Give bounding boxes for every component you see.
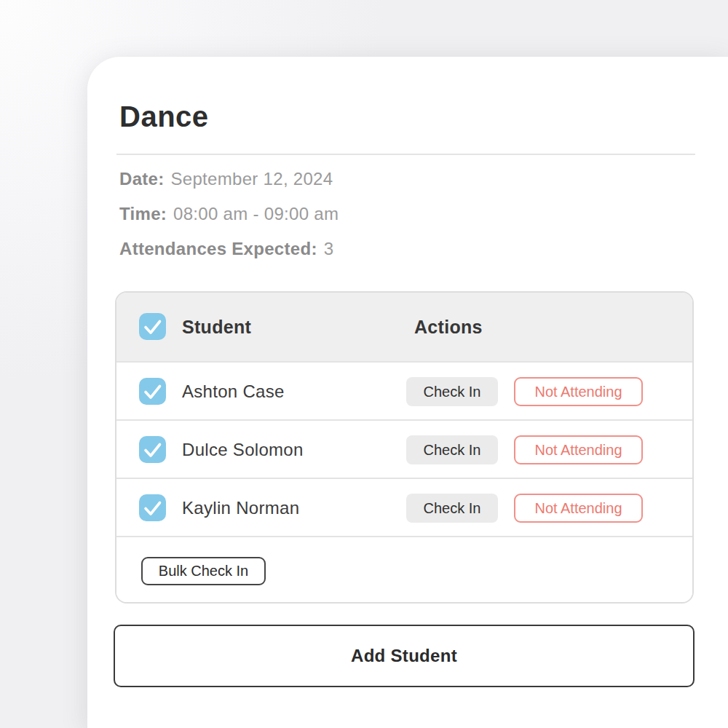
time-label: Time: xyxy=(119,204,167,223)
attendances-expected-row: Attendances Expected:3 xyxy=(119,239,333,259)
not-attending-button[interactable]: Not Attending xyxy=(514,435,643,464)
date-row: Date:September 12, 2024 xyxy=(119,169,333,189)
table-row: Dulce Solomon Check In Not Attending xyxy=(116,419,692,478)
check-icon xyxy=(139,436,166,463)
check-in-button[interactable]: Check In xyxy=(406,435,498,464)
attendances-expected-label: Attendances Expected: xyxy=(119,239,317,258)
student-name: Ashton Case xyxy=(182,363,285,421)
time-value: 08:00 am - 09:00 am xyxy=(173,204,339,223)
check-icon xyxy=(139,494,166,521)
not-attending-button[interactable]: Not Attending xyxy=(514,377,643,406)
not-attending-button[interactable]: Not Attending xyxy=(514,494,643,523)
time-row: Time:08:00 am - 09:00 am xyxy=(119,204,339,224)
title-divider xyxy=(116,154,695,155)
column-header-actions: Actions xyxy=(414,293,483,361)
check-in-button[interactable]: Check In xyxy=(406,494,498,523)
add-student-button[interactable]: Add Student xyxy=(114,625,695,687)
check-in-button[interactable]: Check In xyxy=(406,377,498,406)
row-checkbox[interactable] xyxy=(139,378,166,405)
page-title: Dance xyxy=(119,100,209,133)
student-name: Dulce Solomon xyxy=(182,421,304,479)
table-header-row: Student Actions xyxy=(116,293,692,361)
page-background: Dance Date:September 12, 2024 Time:08:00… xyxy=(0,0,728,728)
student-name: Kaylin Norman xyxy=(182,479,299,537)
attendances-expected-value: 3 xyxy=(324,239,334,258)
bulk-check-in-button[interactable]: Bulk Check In xyxy=(141,557,266,585)
row-checkbox[interactable] xyxy=(139,494,166,521)
check-icon xyxy=(139,378,166,405)
date-value: September 12, 2024 xyxy=(171,169,333,189)
row-checkbox[interactable] xyxy=(139,436,166,463)
table-footer-row: Bulk Check In xyxy=(116,536,692,602)
select-all-checkbox[interactable] xyxy=(139,313,166,340)
check-icon xyxy=(139,313,166,340)
attendance-table: Student Actions Ashton Case Check In Not… xyxy=(115,291,694,604)
table-row: Ashton Case Check In Not Attending xyxy=(116,361,692,419)
table-row: Kaylin Norman Check In Not Attending xyxy=(116,478,692,536)
date-label: Date: xyxy=(119,169,165,189)
column-header-student: Student xyxy=(182,293,251,361)
